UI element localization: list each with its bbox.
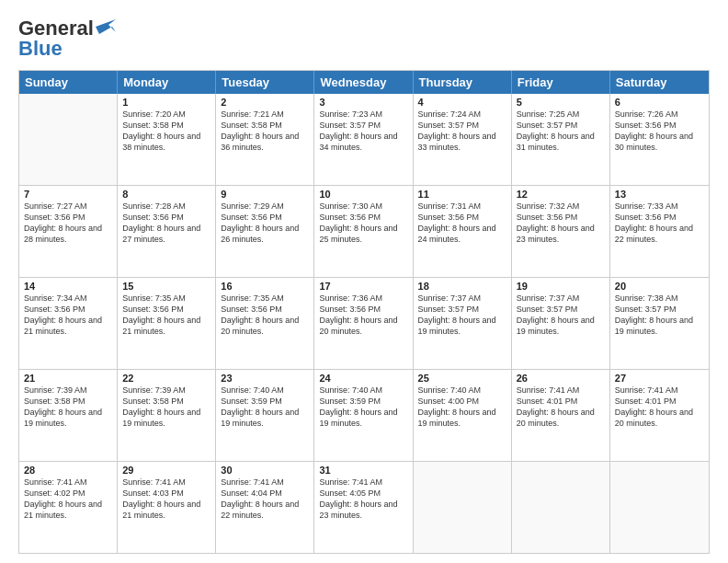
calendar-row-1: 1Sunrise: 7:20 AM Sunset: 3:58 PM Daylig… (19, 94, 709, 185)
calendar-header: SundayMondayTuesdayWednesdayThursdayFrid… (19, 71, 709, 94)
day-number: 24 (319, 373, 407, 384)
calendar-cell: 27Sunrise: 7:41 AM Sunset: 4:01 PM Dayli… (610, 370, 709, 461)
day-number: 18 (418, 281, 506, 292)
calendar-row-5: 28Sunrise: 7:41 AM Sunset: 4:02 PM Dayli… (19, 461, 709, 553)
day-number: 3 (319, 97, 407, 108)
day-number: 1 (122, 97, 210, 108)
calendar-cell: 20Sunrise: 7:38 AM Sunset: 3:57 PM Dayli… (610, 278, 709, 369)
cell-info: Sunrise: 7:35 AM Sunset: 3:56 PM Dayligh… (221, 293, 309, 338)
cell-info: Sunrise: 7:27 AM Sunset: 3:56 PM Dayligh… (24, 201, 112, 246)
cell-info: Sunrise: 7:25 AM Sunset: 3:57 PM Dayligh… (517, 109, 605, 154)
cell-info: Sunrise: 7:30 AM Sunset: 3:56 PM Dayligh… (319, 201, 407, 246)
cell-info: Sunrise: 7:37 AM Sunset: 3:57 PM Dayligh… (517, 293, 605, 338)
cell-info: Sunrise: 7:36 AM Sunset: 3:56 PM Dayligh… (319, 293, 407, 338)
day-number: 29 (122, 465, 210, 476)
cell-info: Sunrise: 7:20 AM Sunset: 3:58 PM Dayligh… (122, 109, 210, 154)
calendar-cell: 12Sunrise: 7:32 AM Sunset: 3:56 PM Dayli… (512, 186, 610, 277)
day-number: 9 (221, 189, 309, 200)
calendar-cell: 7Sunrise: 7:27 AM Sunset: 3:56 PM Daylig… (19, 186, 118, 277)
cell-info: Sunrise: 7:40 AM Sunset: 3:59 PM Dayligh… (221, 385, 309, 430)
day-number: 16 (221, 281, 309, 292)
day-number: 12 (517, 189, 605, 200)
day-number: 5 (517, 97, 605, 108)
logo-blue-text: Blue (18, 37, 63, 61)
day-number: 30 (221, 465, 309, 476)
day-number: 17 (319, 281, 407, 292)
day-number: 27 (615, 373, 704, 384)
day-number: 31 (319, 465, 407, 476)
day-number: 8 (122, 189, 210, 200)
calendar-cell (512, 462, 610, 553)
cell-info: Sunrise: 7:29 AM Sunset: 3:56 PM Dayligh… (221, 201, 309, 246)
day-number: 7 (24, 189, 112, 200)
svg-marker-0 (96, 19, 116, 34)
calendar-cell: 5Sunrise: 7:25 AM Sunset: 3:57 PM Daylig… (512, 94, 610, 185)
calendar: SundayMondayTuesdayWednesdayThursdayFrid… (18, 70, 710, 554)
cell-info: Sunrise: 7:41 AM Sunset: 4:01 PM Dayligh… (517, 385, 605, 430)
day-number: 19 (517, 281, 605, 292)
cell-info: Sunrise: 7:41 AM Sunset: 4:05 PM Dayligh… (319, 477, 407, 522)
day-number: 13 (615, 189, 704, 200)
day-of-week-thursday: Thursday (414, 71, 512, 94)
cell-info: Sunrise: 7:40 AM Sunset: 4:00 PM Dayligh… (418, 385, 506, 430)
calendar-cell (414, 462, 512, 553)
cell-info: Sunrise: 7:32 AM Sunset: 3:56 PM Dayligh… (517, 201, 605, 246)
day-number: 25 (418, 373, 506, 384)
day-number: 26 (517, 373, 605, 384)
calendar-cell (610, 462, 709, 553)
cell-info: Sunrise: 7:39 AM Sunset: 3:58 PM Dayligh… (122, 385, 210, 430)
calendar-cell: 15Sunrise: 7:35 AM Sunset: 3:56 PM Dayli… (118, 278, 216, 369)
cell-info: Sunrise: 7:31 AM Sunset: 3:56 PM Dayligh… (418, 201, 506, 246)
calendar-cell: 14Sunrise: 7:34 AM Sunset: 3:56 PM Dayli… (19, 278, 118, 369)
calendar-cell: 18Sunrise: 7:37 AM Sunset: 3:57 PM Dayli… (414, 278, 512, 369)
calendar-cell: 2Sunrise: 7:21 AM Sunset: 3:58 PM Daylig… (216, 94, 314, 185)
day-number: 10 (319, 189, 407, 200)
cell-info: Sunrise: 7:41 AM Sunset: 4:02 PM Dayligh… (24, 477, 112, 522)
calendar-cell: 28Sunrise: 7:41 AM Sunset: 4:02 PM Dayli… (19, 462, 118, 553)
day-number: 23 (221, 373, 309, 384)
calendar-row-4: 21Sunrise: 7:39 AM Sunset: 3:58 PM Dayli… (19, 369, 709, 461)
cell-info: Sunrise: 7:37 AM Sunset: 3:57 PM Dayligh… (418, 293, 506, 338)
calendar-cell: 30Sunrise: 7:41 AM Sunset: 4:04 PM Dayli… (216, 462, 314, 553)
calendar-cell: 11Sunrise: 7:31 AM Sunset: 3:56 PM Dayli… (414, 186, 512, 277)
day-number: 28 (24, 465, 112, 476)
day-number: 6 (615, 97, 704, 108)
day-number: 15 (122, 281, 210, 292)
calendar-cell: 16Sunrise: 7:35 AM Sunset: 3:56 PM Dayli… (216, 278, 314, 369)
calendar-row-3: 14Sunrise: 7:34 AM Sunset: 3:56 PM Dayli… (19, 277, 709, 369)
day-of-week-sunday: Sunday (19, 71, 118, 94)
day-of-week-friday: Friday (512, 71, 610, 94)
day-of-week-wednesday: Wednesday (314, 71, 413, 94)
day-number: 22 (122, 373, 210, 384)
calendar-cell: 3Sunrise: 7:23 AM Sunset: 3:57 PM Daylig… (314, 94, 413, 185)
page: General Blue SundayMondayTuesdayWednesda… (0, 0, 728, 563)
calendar-cell: 23Sunrise: 7:40 AM Sunset: 3:59 PM Dayli… (216, 370, 314, 461)
cell-info: Sunrise: 7:40 AM Sunset: 3:59 PM Dayligh… (319, 385, 407, 430)
calendar-cell: 29Sunrise: 7:41 AM Sunset: 4:03 PM Dayli… (118, 462, 216, 553)
calendar-cell: 21Sunrise: 7:39 AM Sunset: 3:58 PM Dayli… (19, 370, 118, 461)
calendar-cell: 17Sunrise: 7:36 AM Sunset: 3:56 PM Dayli… (314, 278, 413, 369)
calendar-cell: 31Sunrise: 7:41 AM Sunset: 4:05 PM Dayli… (314, 462, 413, 553)
cell-info: Sunrise: 7:33 AM Sunset: 3:56 PM Dayligh… (615, 201, 704, 246)
cell-info: Sunrise: 7:41 AM Sunset: 4:03 PM Dayligh… (122, 477, 210, 522)
cell-info: Sunrise: 7:39 AM Sunset: 3:58 PM Dayligh… (24, 385, 112, 430)
day-number: 14 (24, 281, 112, 292)
cell-info: Sunrise: 7:23 AM Sunset: 3:57 PM Dayligh… (319, 109, 407, 154)
logo: General Blue (18, 17, 116, 61)
cell-info: Sunrise: 7:24 AM Sunset: 3:57 PM Dayligh… (418, 109, 506, 154)
calendar-cell: 1Sunrise: 7:20 AM Sunset: 3:58 PM Daylig… (118, 94, 216, 185)
cell-info: Sunrise: 7:26 AM Sunset: 3:56 PM Dayligh… (615, 109, 704, 154)
cell-info: Sunrise: 7:35 AM Sunset: 3:56 PM Dayligh… (122, 293, 210, 338)
calendar-cell: 26Sunrise: 7:41 AM Sunset: 4:01 PM Dayli… (512, 370, 610, 461)
cell-info: Sunrise: 7:41 AM Sunset: 4:01 PM Dayligh… (615, 385, 704, 430)
calendar-body: 1Sunrise: 7:20 AM Sunset: 3:58 PM Daylig… (19, 94, 709, 553)
header: General Blue (18, 17, 710, 61)
day-number: 2 (221, 97, 309, 108)
cell-info: Sunrise: 7:38 AM Sunset: 3:57 PM Dayligh… (615, 293, 704, 338)
cell-info: Sunrise: 7:41 AM Sunset: 4:04 PM Dayligh… (221, 477, 309, 522)
calendar-cell: 6Sunrise: 7:26 AM Sunset: 3:56 PM Daylig… (610, 94, 709, 185)
day-number: 4 (418, 97, 506, 108)
calendar-row-2: 7Sunrise: 7:27 AM Sunset: 3:56 PM Daylig… (19, 185, 709, 277)
day-of-week-saturday: Saturday (610, 71, 709, 94)
day-number: 20 (615, 281, 704, 292)
